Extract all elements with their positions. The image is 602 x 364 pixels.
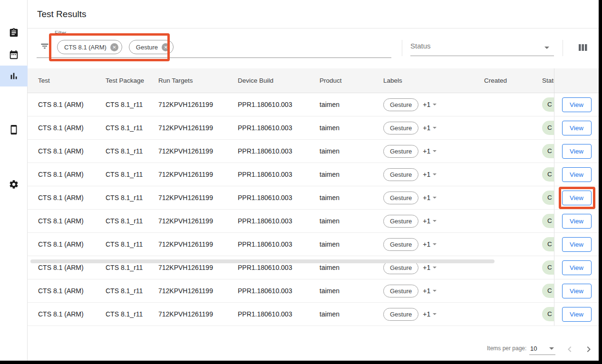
cell-test-package: CTS 8.1_r11 (106, 101, 158, 108)
cell-labels: Gesture +1 (383, 168, 484, 181)
label-chip: Gesture (383, 215, 418, 228)
table-row: CTS 8.1 (ARM) CTS 8.1_r11 712KPVH1261199… (28, 303, 599, 326)
cell-product: taimen (320, 310, 383, 318)
results-table: Test Test Package Run Targets Device Bui… (28, 68, 599, 326)
cell-run-targets: 712KPVH1261199 (158, 310, 238, 318)
cell-actions: View (554, 93, 599, 116)
view-button[interactable]: View (562, 191, 592, 205)
label-chip: Gesture (383, 168, 418, 181)
labels-more-dropdown[interactable]: +1 (423, 240, 437, 248)
cell-device-build: PPR1.180610.003 (238, 287, 320, 295)
smartphone-icon (9, 125, 19, 135)
cell-test: CTS 8.1 (ARM) (28, 217, 106, 225)
page-size-value: 10 (530, 345, 537, 352)
chevron-down-icon (433, 243, 437, 245)
cell-labels: Gesture +1 (383, 145, 484, 158)
cell-run-targets: 712KPVH1261199 (158, 101, 238, 108)
view-button[interactable]: View (562, 144, 592, 159)
labels-more-dropdown[interactable]: +1 (423, 287, 437, 295)
column-header-labels: Labels (383, 77, 484, 84)
cell-test: CTS 8.1 (ARM) (28, 310, 106, 318)
status-badge: C (542, 284, 554, 298)
view-button[interactable]: View (562, 214, 592, 229)
view-button[interactable]: View (562, 237, 592, 252)
column-header-run-targets: Run Targets (158, 77, 238, 84)
cell-actions: View (554, 163, 599, 186)
column-header-test: Test (28, 77, 106, 84)
chevron-down-icon (433, 220, 437, 222)
close-icon[interactable]: ✕ (162, 43, 170, 51)
status-filter-select[interactable]: Status (410, 42, 554, 56)
next-page-button[interactable] (583, 344, 594, 355)
filter-input[interactable]: CTS 8.1 (ARM) ✕ Gesture ✕ (57, 40, 174, 54)
sidebar-item-devices[interactable] (0, 119, 28, 140)
column-settings-button[interactable] (578, 43, 589, 53)
labels-more-count: +1 (423, 217, 430, 225)
labels-more-dropdown[interactable]: +1 (423, 171, 437, 178)
cell-run-targets: 712KPVH1261199 (158, 264, 238, 271)
status-select-underline (410, 56, 554, 56)
bar-chart-icon (9, 71, 19, 81)
cell-status: C (542, 237, 554, 251)
labels-more-dropdown[interactable]: +1 (423, 264, 437, 271)
chevron-down-icon (433, 313, 437, 315)
page-size-select[interactable]: 10 (529, 342, 555, 355)
filter-chip-label: Gesture (136, 44, 158, 51)
chevron-down-icon (433, 150, 437, 152)
previous-page-button[interactable] (564, 344, 575, 355)
labels-more-dropdown[interactable]: +1 (423, 310, 437, 318)
sidebar-item-test-results[interactable] (0, 66, 28, 86)
cell-labels: Gesture +1 (383, 98, 484, 111)
cell-product: taimen (320, 194, 383, 201)
close-icon[interactable]: ✕ (110, 43, 118, 51)
sidebar-item-tests[interactable] (0, 22, 28, 43)
table-row: CTS 8.1 (ARM) CTS 8.1_r11 712KPVH1261199… (28, 93, 599, 116)
labels-more-dropdown[interactable]: +1 (423, 194, 437, 201)
chevron-down-icon (544, 47, 549, 49)
cell-run-targets: 712KPVH1261199 (158, 124, 238, 132)
sidebar-item-plans[interactable] (0, 44, 28, 65)
calendar-icon (9, 49, 19, 60)
gear-icon (9, 179, 19, 190)
cell-actions: View (554, 303, 599, 326)
chevron-down-icon (433, 197, 437, 199)
cell-status: C (542, 121, 554, 135)
labels-more-dropdown[interactable]: +1 (423, 147, 437, 155)
column-header-product: Product (320, 77, 383, 84)
cell-labels: Gesture +1 (383, 192, 484, 204)
items-per-page-label: Items per page: (487, 345, 526, 352)
sidebar-item-settings[interactable] (0, 174, 28, 195)
labels-more-count: +1 (423, 171, 430, 178)
cell-test: CTS 8.1 (ARM) (28, 171, 106, 178)
cell-labels: Gesture +1 (383, 308, 484, 321)
cell-test: CTS 8.1 (ARM) (28, 194, 106, 201)
cell-product: taimen (320, 287, 383, 295)
labels-more-dropdown[interactable]: +1 (423, 124, 437, 132)
table-row: CTS 8.1 (ARM) CTS 8.1_r11 712KPVH1261199… (28, 279, 599, 303)
table-header-row: Test Test Package Run Targets Device Bui… (28, 68, 599, 93)
labels-more-dropdown[interactable]: +1 (423, 101, 437, 108)
view-button[interactable]: View (562, 284, 592, 298)
view-button[interactable]: View (562, 167, 592, 182)
view-button[interactable]: View (562, 260, 592, 275)
view-button[interactable]: View (562, 121, 592, 135)
chevron-down-icon (433, 127, 437, 129)
cell-test: CTS 8.1 (ARM) (28, 124, 106, 132)
filter-chip: Gesture ✕ (129, 40, 174, 54)
cell-device-build: PPR1.180610.003 (238, 240, 320, 248)
cell-run-targets: 712KPVH1261199 (158, 217, 238, 225)
chevron-down-icon (549, 347, 554, 350)
title-bar: Test Results (28, 0, 599, 29)
cell-labels: Gesture +1 (383, 122, 484, 134)
cell-test-package: CTS 8.1_r11 (106, 264, 158, 271)
cell-test-package: CTS 8.1_r11 (106, 194, 158, 201)
horizontal-scrollbar[interactable] (30, 259, 495, 263)
cell-device-build: PPR1.180610.003 (238, 147, 320, 155)
view-button[interactable]: View (562, 97, 592, 112)
view-button[interactable]: View (562, 307, 592, 322)
cell-product: taimen (320, 101, 383, 108)
cell-test: CTS 8.1 (ARM) (28, 101, 106, 108)
labels-more-dropdown[interactable]: +1 (423, 217, 437, 225)
labels-more-count: +1 (423, 287, 430, 295)
status-badge: C (542, 237, 554, 251)
